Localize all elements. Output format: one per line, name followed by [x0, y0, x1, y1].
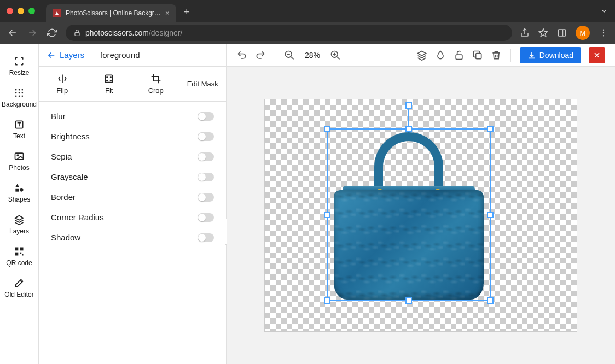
- qrcode-icon: [14, 246, 25, 257]
- share-icon[interactable]: [520, 28, 530, 38]
- droplet-icon[interactable]: [435, 50, 446, 61]
- rail-shapes[interactable]: Shapes: [0, 177, 38, 209]
- fit-icon: [103, 73, 114, 84]
- svg-rect-22: [20, 253, 22, 254]
- rail-layers[interactable]: Layers: [0, 209, 38, 240]
- tool-crop[interactable]: Crop: [132, 67, 179, 101]
- layers-toolbar-icon[interactable]: [416, 50, 427, 61]
- handle-top-left[interactable]: [324, 126, 330, 132]
- zoom-in-icon[interactable]: [330, 50, 341, 61]
- rotate-handle[interactable]: [405, 102, 412, 109]
- prop-shadow: Shadow: [39, 227, 226, 248]
- tabs-overflow-icon[interactable]: [600, 7, 608, 15]
- selection-box[interactable]: [327, 128, 491, 301]
- unlock-icon[interactable]: [454, 50, 465, 61]
- tab-bar: PhotoScissors | Online Backgr… × +: [0, 0, 615, 22]
- download-button[interactable]: Download: [520, 47, 581, 63]
- handle-bot-mid[interactable]: [405, 297, 412, 304]
- prop-grayscale: Grayscale: [39, 167, 226, 187]
- svg-point-6: [19, 89, 20, 91]
- workspace[interactable]: [227, 67, 615, 364]
- zoom-out-icon[interactable]: [284, 50, 295, 61]
- back-to-layers[interactable]: Layers: [39, 50, 92, 60]
- handle-bot-left[interactable]: [324, 297, 330, 304]
- back-icon[interactable]: [7, 27, 19, 38]
- url-path: /designer/: [149, 28, 182, 37]
- redo-icon[interactable]: [255, 50, 266, 61]
- profile-avatar[interactable]: M: [576, 26, 590, 40]
- download-icon: [527, 51, 536, 60]
- zoom-level[interactable]: 28%: [303, 51, 322, 60]
- bookmark-icon[interactable]: [538, 28, 548, 38]
- toggle-blur[interactable]: [198, 112, 214, 121]
- crop-icon: [150, 73, 161, 84]
- image-icon: [14, 151, 25, 162]
- toggle-border[interactable]: [198, 193, 214, 202]
- svg-point-10: [22, 92, 24, 94]
- handle-mid-left[interactable]: [324, 212, 330, 218]
- layers-icon: [14, 214, 25, 225]
- svg-point-27: [107, 80, 108, 81]
- resize-icon: [14, 56, 25, 67]
- svg-rect-0: [75, 32, 79, 36]
- window-close[interactable]: [7, 8, 13, 14]
- close-icon: [593, 51, 601, 60]
- tool-flip[interactable]: Flip: [39, 67, 86, 101]
- svg-point-16: [17, 155, 19, 156]
- rail-old-editor[interactable]: Old Editor: [0, 272, 38, 304]
- toggle-sepia[interactable]: [198, 152, 214, 161]
- handle-top-right[interactable]: [487, 126, 494, 132]
- trash-icon[interactable]: [491, 50, 502, 61]
- svg-point-9: [19, 92, 20, 94]
- close-button[interactable]: [589, 47, 605, 63]
- panel-header: Layers foreground: [39, 44, 226, 67]
- forward-icon[interactable]: [26, 27, 38, 38]
- undo-icon[interactable]: [236, 50, 247, 61]
- svg-rect-24: [106, 75, 113, 82]
- layer-tools: Flip Fit Crop Edit Mask: [39, 67, 226, 102]
- svg-point-4: [603, 35, 604, 36]
- browser-chrome: PhotoScissors | Online Backgr… × + photo…: [0, 0, 615, 44]
- sidepanel-icon[interactable]: [557, 28, 567, 38]
- svg-point-3: [603, 32, 604, 33]
- svg-point-26: [111, 77, 112, 78]
- rail-qrcode[interactable]: QR code: [0, 240, 38, 272]
- svg-rect-15: [15, 153, 24, 160]
- rail-text[interactable]: Text: [0, 114, 38, 145]
- duplicate-icon[interactable]: [472, 50, 483, 61]
- window-maximize[interactable]: [28, 8, 35, 14]
- toggle-grayscale[interactable]: [198, 173, 214, 181]
- rail-resize[interactable]: Resize: [0, 50, 38, 82]
- svg-point-25: [107, 77, 108, 78]
- handle-bot-right[interactable]: [487, 297, 494, 304]
- favicon-icon: [53, 9, 61, 17]
- address-bar: photoscissors.com/designer/ M: [0, 22, 615, 44]
- svg-rect-18: [15, 189, 19, 192]
- browser-tab[interactable]: PhotoScissors | Online Backgr… ×: [46, 4, 176, 22]
- canvas-toolbar: 28% Download: [227, 44, 615, 67]
- tool-fit[interactable]: Fit: [86, 67, 133, 101]
- tool-edit-mask[interactable]: Edit Mask: [179, 67, 227, 101]
- handle-top-mid[interactable]: [405, 126, 412, 132]
- canvas[interactable]: [264, 99, 577, 332]
- toggle-shadow[interactable]: [198, 233, 214, 242]
- handle-mid-right[interactable]: [487, 212, 494, 218]
- reload-icon[interactable]: [46, 28, 58, 38]
- svg-rect-31: [456, 55, 462, 59]
- edit-icon: [14, 278, 25, 289]
- url-domain: photoscissors.com: [85, 28, 149, 37]
- toggle-brightness[interactable]: [198, 132, 214, 141]
- rail-background[interactable]: Background: [0, 82, 38, 114]
- arrow-left-icon: [47, 50, 56, 60]
- new-tab-button[interactable]: +: [184, 7, 190, 18]
- properties-panel: Layers foreground Flip Fit Crop Edit Mas…: [39, 44, 226, 364]
- toggle-corner-radius[interactable]: [198, 213, 214, 222]
- rail-photos[interactable]: Photos: [0, 145, 38, 177]
- url-input[interactable]: photoscissors.com/designer/: [66, 25, 512, 41]
- svg-point-13: [22, 96, 24, 97]
- window-minimize[interactable]: [18, 8, 24, 14]
- breadcrumb: foreground: [92, 50, 148, 60]
- kebab-menu-icon[interactable]: [599, 28, 608, 38]
- tab-close-icon[interactable]: ×: [165, 9, 170, 17]
- lock-icon: [73, 29, 81, 37]
